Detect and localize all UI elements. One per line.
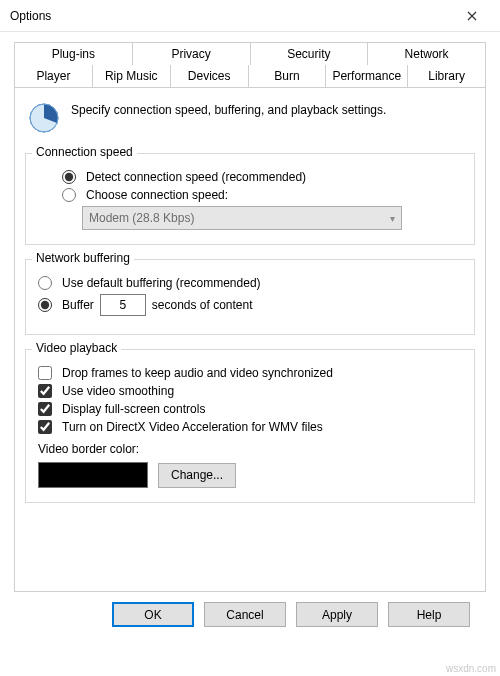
close-icon bbox=[467, 7, 477, 24]
border-color-swatch bbox=[38, 462, 148, 488]
performance-icon bbox=[27, 101, 61, 135]
close-button[interactable] bbox=[452, 2, 492, 30]
radio-buffer-label: Buffer bbox=[62, 298, 94, 312]
border-color-label: Video border color: bbox=[38, 442, 462, 456]
check-smoothing-label: Use video smoothing bbox=[62, 384, 174, 398]
buffer-seconds-input[interactable] bbox=[100, 294, 146, 316]
tab-row-2: Player Rip Music Devices Burn Performanc… bbox=[14, 65, 486, 88]
tab-network[interactable]: Network bbox=[368, 42, 486, 66]
radio-buffer-seconds[interactable]: Buffer seconds of content bbox=[38, 294, 462, 316]
radio-default-label: Use default buffering (recommended) bbox=[62, 276, 261, 290]
check-drop-frames-input[interactable] bbox=[38, 366, 52, 380]
check-smoothing-input[interactable] bbox=[38, 384, 52, 398]
group-network-buffering: Network buffering Use default buffering … bbox=[25, 259, 475, 335]
check-drop-frames-label: Drop frames to keep audio and video sync… bbox=[62, 366, 333, 380]
change-color-button[interactable]: Change... bbox=[158, 463, 236, 488]
check-fullscreen-label: Display full-screen controls bbox=[62, 402, 205, 416]
tab-privacy[interactable]: Privacy bbox=[133, 42, 251, 66]
tab-library[interactable]: Library bbox=[408, 65, 486, 88]
dialog-content: Plug-ins Privacy Security Network Player… bbox=[0, 32, 500, 637]
radio-choose-input[interactable] bbox=[62, 188, 76, 202]
check-fullscreen-controls[interactable]: Display full-screen controls bbox=[38, 402, 462, 416]
performance-panel: Specify connection speed, buffering, and… bbox=[14, 87, 486, 592]
help-button[interactable]: Help bbox=[388, 602, 470, 627]
check-dxva-input[interactable] bbox=[38, 420, 52, 434]
group-title: Network buffering bbox=[32, 251, 134, 265]
tab-rip-music[interactable]: Rip Music bbox=[93, 65, 171, 88]
check-dxva-label: Turn on DirectX Video Acceleration for W… bbox=[62, 420, 323, 434]
check-drop-frames[interactable]: Drop frames to keep audio and video sync… bbox=[38, 366, 462, 380]
tab-performance[interactable]: Performance bbox=[326, 65, 408, 88]
ok-button[interactable]: OK bbox=[112, 602, 194, 627]
check-dxva[interactable]: Turn on DirectX Video Acceleration for W… bbox=[38, 420, 462, 434]
check-fullscreen-input[interactable] bbox=[38, 402, 52, 416]
radio-buffer-input[interactable] bbox=[38, 298, 52, 312]
watermark: wsxdn.com bbox=[446, 663, 496, 674]
radio-choose-label: Choose connection speed: bbox=[86, 188, 228, 202]
radio-default-buffering[interactable]: Use default buffering (recommended) bbox=[38, 276, 462, 290]
tab-devices[interactable]: Devices bbox=[171, 65, 249, 88]
window-title: Options bbox=[10, 9, 51, 23]
cancel-button[interactable]: Cancel bbox=[204, 602, 286, 627]
apply-button[interactable]: Apply bbox=[296, 602, 378, 627]
group-title: Video playback bbox=[32, 341, 121, 355]
tab-security[interactable]: Security bbox=[251, 42, 369, 66]
group-title: Connection speed bbox=[32, 145, 137, 159]
buffer-suffix: seconds of content bbox=[152, 298, 253, 312]
radio-choose-speed[interactable]: Choose connection speed: bbox=[38, 188, 462, 202]
tab-row-1: Plug-ins Privacy Security Network bbox=[14, 42, 486, 66]
check-video-smoothing[interactable]: Use video smoothing bbox=[38, 384, 462, 398]
radio-detect-input[interactable] bbox=[62, 170, 76, 184]
connection-speed-combo[interactable]: Modem (28.8 Kbps) ▾ bbox=[82, 206, 402, 230]
tab-plugins[interactable]: Plug-ins bbox=[14, 42, 133, 66]
radio-detect-speed[interactable]: Detect connection speed (recommended) bbox=[38, 170, 462, 184]
radio-default-input[interactable] bbox=[38, 276, 52, 290]
tab-player[interactable]: Player bbox=[14, 65, 93, 88]
tab-burn[interactable]: Burn bbox=[249, 65, 327, 88]
panel-header: Specify connection speed, buffering, and… bbox=[25, 97, 475, 147]
panel-description: Specify connection speed, buffering, and… bbox=[71, 101, 386, 117]
group-video-playback: Video playback Drop frames to keep audio… bbox=[25, 349, 475, 503]
chevron-down-icon: ▾ bbox=[390, 213, 395, 224]
tab-control: Plug-ins Privacy Security Network Player… bbox=[14, 42, 486, 592]
dialog-button-bar: OK Cancel Apply Help bbox=[14, 592, 486, 627]
radio-detect-label: Detect connection speed (recommended) bbox=[86, 170, 306, 184]
group-connection-speed: Connection speed Detect connection speed… bbox=[25, 153, 475, 245]
titlebar: Options bbox=[0, 0, 500, 32]
combo-value: Modem (28.8 Kbps) bbox=[89, 211, 194, 225]
